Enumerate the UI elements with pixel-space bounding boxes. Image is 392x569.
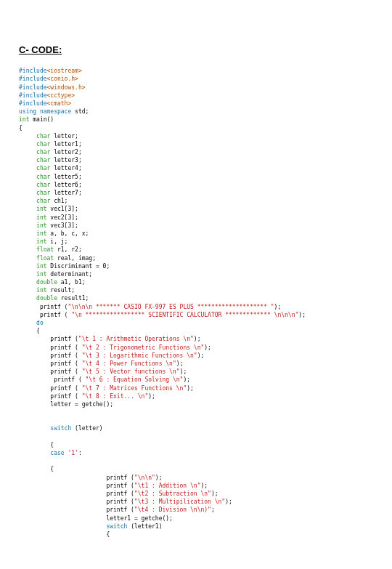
token-ty: char xyxy=(36,149,50,156)
token-plain: ); xyxy=(187,385,194,392)
token-plain: letter1; xyxy=(50,141,81,148)
token-plain: ); xyxy=(211,491,219,497)
token-plain: ); xyxy=(200,483,208,489)
token-kw: do xyxy=(36,320,44,326)
code-line: printf ( "\t 3 : Logarithmic Functions \… xyxy=(19,352,204,359)
page-title: C- CODE: xyxy=(19,44,392,57)
token-str: '1' xyxy=(68,450,78,456)
code-line: char letter6; xyxy=(19,182,82,188)
token-plain: printf ( xyxy=(106,507,134,513)
code-line: using namespace std; xyxy=(19,108,89,115)
token-plain: ch1; xyxy=(50,198,68,204)
token-plain: std; xyxy=(71,108,89,115)
code-line: float r1, r2; xyxy=(19,246,82,253)
token-hdr: <cmath> xyxy=(47,100,72,107)
token-str: "\t1 : Addition \n" xyxy=(134,483,201,489)
token-ty: int xyxy=(36,206,46,212)
token-str: "\n\n" xyxy=(134,475,155,481)
token-pp: #include xyxy=(19,76,47,82)
token-plain: a1, b1; xyxy=(57,279,86,286)
code-line: do xyxy=(19,320,44,326)
code-line: #include<cmath> xyxy=(19,100,71,107)
token-plain: printf ( xyxy=(50,344,81,351)
token-plain: { xyxy=(19,125,23,132)
token-ty: float xyxy=(36,246,54,253)
token-plain: ); xyxy=(155,475,163,481)
token-plain: printf ( xyxy=(106,491,134,497)
token-plain: ); xyxy=(176,360,184,367)
code-line: letter1 = getche(); xyxy=(19,515,173,522)
token-ty: char xyxy=(36,165,50,171)
code-line: printf ("\t2 : Subtraction \n"); xyxy=(19,491,219,497)
code-line: char ch1; xyxy=(19,198,68,204)
token-kw: using namespace xyxy=(19,108,71,115)
token-ty: char xyxy=(36,157,50,164)
token-plain: ); xyxy=(180,368,187,375)
code-line: printf ("\n\n\n ******* CASIO FX-997 ES … xyxy=(19,304,281,310)
code-line: printf ( "\t 4 : Power Functions \n"); xyxy=(19,360,183,367)
token-plain: letter1 = getche(); xyxy=(106,515,173,522)
token-ty: char xyxy=(36,133,50,140)
token-str: "\n ***************** SCIENTIFIC CALCULA… xyxy=(71,312,298,318)
token-plain: letter = getche(); xyxy=(50,401,113,408)
token-kw: switch xyxy=(50,425,71,432)
code-line: int result; xyxy=(19,287,75,294)
token-plain: ); xyxy=(204,344,211,351)
code-line: double a1, b1; xyxy=(19,279,86,286)
token-plain: ); xyxy=(298,312,306,318)
token-hdr: <iostream> xyxy=(47,68,82,74)
code-line: printf ( "\t 2 : Trigonometric Functions… xyxy=(19,344,211,351)
token-plain: vec3[3]; xyxy=(47,222,78,229)
code-line: printf ("\t4 : Division \n\n)"; xyxy=(19,507,215,513)
code-line: switch (letter) xyxy=(19,425,103,432)
token-plain: vec1[3]; xyxy=(47,206,78,212)
token-hdr: <conio.h> xyxy=(47,76,78,82)
token-plain: { xyxy=(50,466,54,472)
code-line: int i, j; xyxy=(19,238,68,245)
token-ty: double xyxy=(36,295,57,302)
code-line: #include<cctype> xyxy=(19,92,75,99)
code-line: switch (letter1) xyxy=(19,523,162,530)
token-str: "\t3 : Multipilication \n" xyxy=(134,499,225,505)
code-line: int Discriminant = 0; xyxy=(19,263,110,270)
code-line: #include<windows.h> xyxy=(19,84,86,91)
token-plain: { xyxy=(106,531,110,538)
token-plain: printf ( xyxy=(106,483,134,489)
code-line: printf ( "\t 7 : Matrices Functions \n")… xyxy=(19,385,194,392)
token-str: "\t 8 : Exit... \n" xyxy=(82,393,149,400)
token-pp: #include xyxy=(19,92,47,99)
token-plain: letter2; xyxy=(50,149,81,156)
code-line: int main() xyxy=(19,116,54,123)
code-block: #include<iostream> #include<conio.h> #in… xyxy=(19,67,392,538)
token-plain: ); xyxy=(225,499,232,505)
token-plain: { xyxy=(36,328,40,334)
token-ty: int xyxy=(36,214,46,221)
token-plain: r1, r2; xyxy=(54,246,82,253)
code-line: float real, imag; xyxy=(19,255,96,262)
token-ty: int xyxy=(36,238,46,245)
code-line: { xyxy=(19,531,110,538)
token-plain: ; xyxy=(211,507,215,513)
token-plain: printf ( xyxy=(50,360,81,367)
token-plain: main() xyxy=(29,116,54,123)
code-line: { xyxy=(19,442,54,448)
token-ty: char xyxy=(36,174,50,180)
token-kw: switch xyxy=(106,523,127,530)
token-plain: printf ( xyxy=(50,376,85,383)
code-line: printf ( "\n ***************** SCIENTIFI… xyxy=(19,312,306,318)
token-plain: a, b, c, x; xyxy=(47,230,89,237)
token-plain: letter4; xyxy=(50,165,81,171)
token-plain: real, imag; xyxy=(54,255,96,262)
token-str: "\t4 : Division \n\n)" xyxy=(134,507,211,513)
code-line: char letter3; xyxy=(19,157,82,164)
token-ty: int xyxy=(36,263,46,270)
token-str: "\t 5 : Vector functions \n" xyxy=(82,368,180,375)
code-line: int vec3[3]; xyxy=(19,222,78,229)
token-plain: printf ( xyxy=(50,393,81,400)
token-plain: printf ( xyxy=(50,368,81,375)
token-plain: : xyxy=(78,450,82,456)
code-line: #include<iostream> xyxy=(19,68,82,74)
token-plain: ); xyxy=(194,336,201,342)
token-hdr: <windows.h> xyxy=(47,84,86,91)
token-pp: #include xyxy=(19,100,47,107)
